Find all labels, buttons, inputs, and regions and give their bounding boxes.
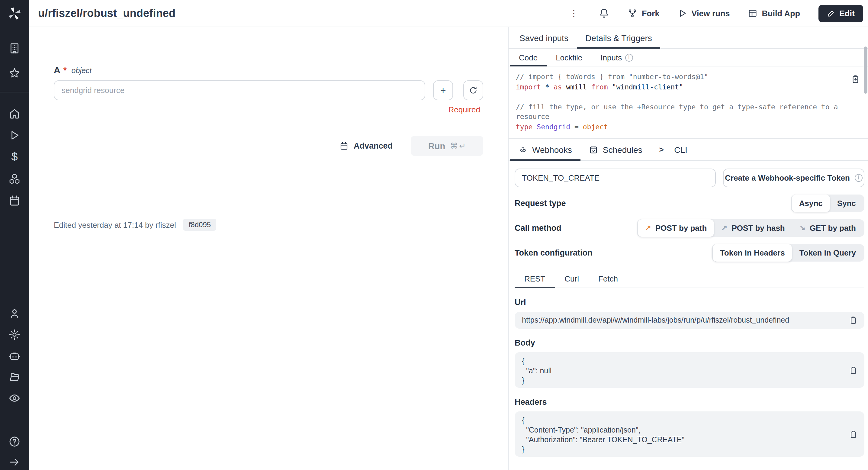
page-title: u/rfiszel/robust_undefined <box>38 7 176 20</box>
tab-schedules[interactable]: Schedules <box>581 139 651 160</box>
fork-button[interactable]: Fork <box>628 8 660 18</box>
tab-code[interactable]: Code <box>510 49 547 66</box>
body-label: Body <box>515 338 864 347</box>
code-line: type Sendgrid = object <box>516 122 844 132</box>
request-type-label: Request type <box>515 198 566 208</box>
windmill-script-page: $ <box>0 0 868 470</box>
add-resource-button[interactable]: + <box>433 80 453 100</box>
create-token-button[interactable]: Create a Webhook-specific Token i <box>723 168 864 187</box>
arrow-up-right-icon: ↗ <box>721 223 727 232</box>
workspace-building-icon[interactable] <box>8 42 21 54</box>
tab-inputs[interactable]: Inputs i <box>591 49 642 66</box>
request-type-toggle: Async Sync <box>791 194 864 212</box>
users-person-icon[interactable] <box>8 308 21 320</box>
home-icon[interactable] <box>8 107 21 120</box>
copy-headers-icon[interactable] <box>849 430 858 439</box>
post-by-path-label: POST by path <box>655 223 707 232</box>
refresh-button[interactable] <box>463 80 483 100</box>
topbar: u/rfiszel/robust_undefined ⋮ Fork View r… <box>29 0 868 27</box>
body-line: } <box>522 376 844 385</box>
tab-fetch[interactable]: Fetch <box>589 270 628 287</box>
field-name: A <box>54 65 60 75</box>
windmill-logo[interactable] <box>7 6 22 22</box>
build-app-button[interactable]: Build App <box>748 8 800 18</box>
audit-eye-icon[interactable] <box>8 392 21 404</box>
sidebar-admin-group <box>8 308 21 404</box>
code-line: // fill the type, or use the +Resource t… <box>516 102 844 122</box>
calendar-check-icon <box>589 145 598 154</box>
arrow-down-right-icon: ↘ <box>800 223 805 232</box>
edit-button[interactable]: Edit <box>818 4 863 22</box>
code-subtabs: Code Lockfile Inputs i <box>508 49 868 66</box>
required-asterisk: * <box>63 65 67 75</box>
info-icon[interactable]: i <box>625 54 633 61</box>
folders-folder-icon[interactable] <box>8 371 21 383</box>
bell-icon[interactable] <box>599 8 610 19</box>
webhook-icon <box>518 145 527 154</box>
tab-curl[interactable]: Curl <box>555 270 589 287</box>
help-question-icon[interactable] <box>8 436 21 448</box>
copy-code-icon[interactable] <box>850 74 860 84</box>
cmd-key-icon: ⌘ <box>450 142 458 150</box>
favorites-star-icon[interactable] <box>8 67 21 79</box>
layout-grid-icon <box>748 8 758 18</box>
copy-body-icon[interactable] <box>849 366 858 375</box>
body-line: { <box>522 356 844 366</box>
headers-box: { "Content-Type": "application/json", "A… <box>515 411 864 457</box>
option-async[interactable]: Async <box>792 194 830 212</box>
schedules-calendar-icon[interactable] <box>8 194 21 207</box>
runs-play-icon[interactable] <box>8 129 21 142</box>
view-runs-button[interactable]: View runs <box>677 8 730 18</box>
variables-dollar-icon[interactable]: $ <box>8 151 21 163</box>
settings-gear-icon[interactable] <box>8 328 21 341</box>
sidebar-divider <box>0 92 29 92</box>
topbar-actions: ⋮ Fork View runs Bui <box>567 4 863 22</box>
advanced-button[interactable]: Advanced <box>340 142 393 150</box>
run-form: A* object + Required Advanced Run ⌘↵ <box>29 27 508 470</box>
commit-hash-badge[interactable]: f8d095 <box>183 219 216 231</box>
headers-line: { <box>522 416 844 425</box>
code-line: // import { toWords } from "number-to-wo… <box>516 72 844 82</box>
resources-boxes-icon[interactable] <box>8 173 21 185</box>
edit-label: Edit <box>839 9 855 18</box>
option-post-by-path[interactable]: ↗ POST by path <box>638 219 714 237</box>
git-fork-icon <box>628 8 638 18</box>
arrow-up-right-icon: ↗ <box>645 223 651 232</box>
get-by-path-label: GET by path <box>810 223 856 232</box>
info-icon[interactable]: i <box>855 174 863 182</box>
tab-cli[interactable]: >_ CLI <box>651 139 696 160</box>
panel-scrollbar-thumb[interactable] <box>864 46 867 94</box>
option-post-by-hash[interactable]: ↗ POST by hash <box>714 220 792 235</box>
option-token-in-headers[interactable]: Token in Headers <box>713 244 792 261</box>
headers-line: "Content-Type": "application/json", <box>522 425 844 435</box>
run-button[interactable]: Run ⌘↵ <box>411 136 483 156</box>
panel-tabs: Saved inputs Details & Triggers <box>508 27 868 49</box>
option-sync[interactable]: Sync <box>830 195 863 211</box>
url-value: https://app.windmill.dev/api/w/windmill-… <box>522 316 789 324</box>
expand-arrow-icon[interactable] <box>8 456 21 468</box>
calendar-icon <box>340 142 349 150</box>
tab-lockfile[interactable]: Lockfile <box>547 49 591 66</box>
copy-url-icon[interactable] <box>849 316 858 325</box>
tab-details-triggers[interactable]: Details & Triggers <box>577 27 660 48</box>
option-token-in-query[interactable]: Token in Query <box>792 245 863 260</box>
enter-key-icon: ↵ <box>459 142 466 150</box>
token-input[interactable] <box>515 168 716 187</box>
fork-label: Fork <box>642 9 660 18</box>
tab-saved-inputs[interactable]: Saved inputs <box>511 27 577 48</box>
run-label: Run <box>428 141 445 151</box>
code-line: import * as wmill from "windmill-client" <box>516 82 844 92</box>
terminal-icon: >_ <box>659 145 670 154</box>
webhooks-panel: Create a Webhook-specific Token i Reques… <box>508 161 868 457</box>
headers-label: Headers <box>515 398 864 407</box>
advanced-label: Advanced <box>354 142 393 150</box>
more-vertical-icon[interactable]: ⋮ <box>567 8 581 19</box>
view-runs-label: View runs <box>691 9 730 18</box>
resource-input[interactable] <box>54 80 425 100</box>
tab-rest[interactable]: REST <box>515 270 555 287</box>
cli-label: CLI <box>674 145 687 154</box>
sidebar: $ <box>0 0 29 470</box>
workers-robot-icon[interactable] <box>8 350 21 362</box>
tab-webhooks[interactable]: Webhooks <box>510 139 581 160</box>
option-get-by-path[interactable]: ↘ GET by path <box>792 220 863 235</box>
